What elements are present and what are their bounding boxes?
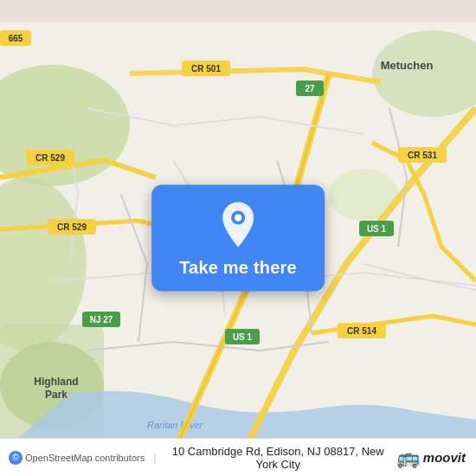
map-container: Raritan River CR 501 CR 529 (0, 0, 476, 476)
svg-text:CR 529: CR 529 (35, 153, 65, 163)
svg-text:US 1: US 1 (233, 332, 253, 342)
take-me-there-overlay: Take me there (151, 185, 325, 292)
moovit-logo: 🚌 moovit (396, 447, 466, 469)
svg-text:665: 665 (9, 34, 23, 43)
svg-text:CR 529: CR 529 (57, 222, 87, 232)
copyright-icon: © (9, 451, 23, 465)
take-me-there-button[interactable]: Take me there (151, 185, 325, 292)
svg-text:Park: Park (45, 389, 68, 401)
bottom-bar: © OpenStreetMap contributors | 10 Cambri… (0, 438, 476, 476)
svg-text:CR 531: CR 531 (408, 151, 437, 160)
svg-text:27: 27 (305, 84, 315, 93)
svg-text:CR 514: CR 514 (347, 326, 376, 336)
svg-text:Metuchen: Metuchen (381, 59, 434, 72)
moovit-text: moovit (423, 450, 466, 465)
svg-point-32 (235, 215, 241, 222)
address-label: 10 Cambridge Rd, Edison, NJ 08817, New Y… (165, 445, 391, 471)
svg-text:US 1: US 1 (367, 224, 387, 234)
osm-attribution: © OpenStreetMap contributors (9, 451, 145, 465)
location-pin-icon (217, 201, 259, 249)
svg-text:CR 501: CR 501 (191, 64, 221, 74)
moovit-brand-icon: 🚌 (396, 447, 420, 469)
svg-text:Highland: Highland (34, 376, 78, 388)
svg-text:NJ 27: NJ 27 (90, 315, 113, 325)
svg-text:Raritan River: Raritan River (147, 420, 204, 430)
osm-label: OpenStreetMap contributors (25, 453, 145, 463)
take-me-there-label: Take me there (179, 258, 297, 278)
